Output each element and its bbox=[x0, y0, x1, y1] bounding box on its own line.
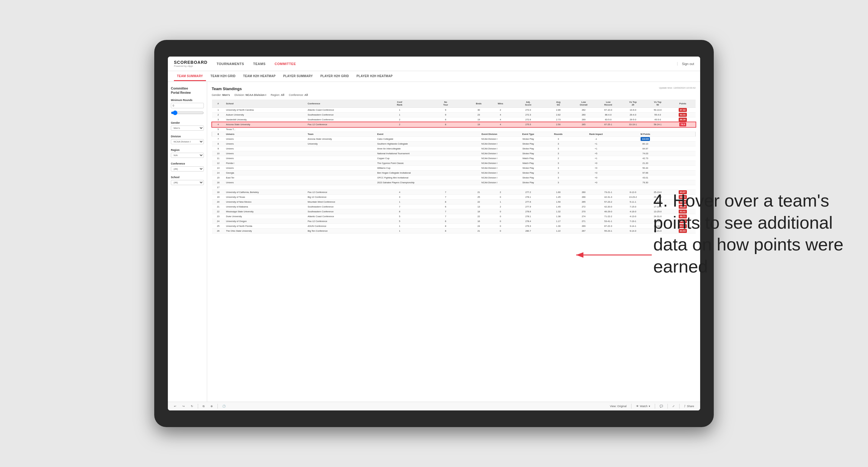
col-vs25: Vs Top25 bbox=[621, 99, 645, 108]
update-time: Update time: 13/03/2024 10:03:42 bbox=[659, 87, 695, 89]
division-label: Division bbox=[171, 135, 204, 138]
min-rounds-slider[interactable] bbox=[171, 109, 204, 117]
undo-icon: ↩ bbox=[174, 405, 176, 408]
view-label: View: Original bbox=[610, 405, 626, 408]
region-select[interactable]: N/A bbox=[171, 153, 204, 158]
conference-select[interactable]: (All) bbox=[171, 166, 204, 172]
nav-teams[interactable]: TEAMS bbox=[253, 61, 266, 67]
expand-button[interactable]: ⤢ bbox=[671, 404, 676, 408]
redo-button[interactable]: ↪ bbox=[181, 404, 186, 408]
annotation-container: 4. Hover over a team's points to see add… bbox=[653, 190, 850, 277]
event-row-empty: 17 bbox=[212, 185, 695, 190]
sidebar: Committee Portal Review Minimum Rounds G… bbox=[168, 82, 207, 402]
min-rounds-label: Minimum Rounds bbox=[171, 99, 204, 102]
portal-subtitle: Portal Review bbox=[171, 91, 204, 94]
tablet-device: SCOREBOARD Powered by clippi TOURNAMENTS… bbox=[154, 40, 714, 427]
col-low-rcd: LowRecord bbox=[596, 99, 621, 108]
view-original-button[interactable]: View: Original bbox=[608, 404, 628, 408]
sidebar-portal-title: Committee Portal Review bbox=[171, 87, 204, 94]
event-row: 12 Florida I The Cypress Point Classic N… bbox=[212, 161, 695, 166]
nav-tournaments[interactable]: TOURNAMENTS bbox=[217, 61, 244, 67]
event-row: 9 Univers Amer An Intercollegiate NCAA D… bbox=[212, 146, 695, 151]
table-row: 26 The Ohio State University Big Ten Con… bbox=[212, 229, 695, 234]
col-bnds: Bnds bbox=[468, 99, 490, 108]
tab-player-h2h-grid[interactable]: PLAYER H2H GRID bbox=[317, 72, 352, 81]
gender-select[interactable]: Men's Women's bbox=[171, 126, 204, 131]
standings-table: # School Conference ConfRank NoTour Bnds… bbox=[212, 99, 695, 234]
min-rounds-input[interactable] bbox=[171, 103, 204, 108]
table-row: 2 Auburn University Southeastern Confere… bbox=[212, 113, 695, 117]
annotation-text: 4. Hover over a team's points to see add… bbox=[653, 190, 850, 277]
refresh-button[interactable]: ↻ bbox=[189, 404, 195, 408]
table-header-row: # School Conference ConfRank NoTour Bnds… bbox=[212, 99, 695, 108]
school-label: School bbox=[171, 176, 204, 179]
event-row: 10 Univers National Invitational Tournam… bbox=[212, 151, 695, 156]
comment-button[interactable]: 💬 bbox=[658, 404, 664, 408]
tab-team-h2h-heatmap[interactable]: TEAM H2H HEATMAP bbox=[240, 72, 279, 81]
conference-label: Conference bbox=[171, 162, 204, 165]
share-icon: ⤴ bbox=[684, 405, 686, 408]
table-row: 18 University of California, Berkeley Pa… bbox=[212, 190, 695, 195]
col-conference: Conference bbox=[306, 99, 376, 108]
clock-icon: 🕐 bbox=[222, 405, 226, 408]
table-row-highlighted: 4 Arizona State University Pac-12 Confer… bbox=[212, 122, 695, 127]
tablet-screen: SCOREBOARD Powered by clippi TOURNAMENTS… bbox=[168, 57, 700, 410]
event-row: 13 Univers Williams Cup NCAA Division I … bbox=[212, 166, 695, 170]
sub-navigation: TEAM SUMMARY TEAM H2H GRID TEAM H2H HEAT… bbox=[168, 71, 700, 82]
sidebar-division: Division NCAA Division I bbox=[171, 135, 204, 144]
col-points: Points bbox=[670, 99, 695, 108]
more-icon: ⊕ bbox=[211, 405, 213, 408]
sidebar-conference: Conference (All) bbox=[171, 162, 204, 172]
event-row: 7 Univers Arizona State University Cabo … bbox=[212, 137, 695, 142]
nav-committee[interactable]: COMMITTEE bbox=[275, 61, 296, 67]
table-row: 19 University of Texas Big 12 Conference… bbox=[212, 195, 695, 199]
undo-button[interactable]: ↩ bbox=[173, 404, 178, 408]
points-value[interactable]: 93.31 bbox=[679, 113, 687, 117]
watch-chevron: ▾ bbox=[649, 405, 650, 408]
sign-out-button[interactable]: Sign out bbox=[677, 62, 694, 66]
event-row: 11 Univers Copper Cup NCAA Division I Ma… bbox=[212, 156, 695, 161]
filter-gender: Gender: Men's bbox=[212, 93, 230, 96]
col-no-tour: NoTour bbox=[424, 99, 468, 108]
school-select[interactable]: (All) bbox=[171, 180, 204, 185]
event-popup-header: 6 Univers Team Event Event Division Even… bbox=[212, 132, 695, 137]
table-row: 1 University of North Carolina Atlantic … bbox=[212, 108, 695, 113]
tab-player-summary[interactable]: PLAYER SUMMARY bbox=[280, 72, 316, 81]
toolbar-divider bbox=[655, 404, 655, 409]
col-school: School bbox=[224, 99, 306, 108]
event-row: 14 Georgia Ben Hogan Collegiate Invitati… bbox=[212, 170, 695, 176]
clock-button[interactable]: 🕐 bbox=[221, 404, 227, 408]
points-value-highlighted[interactable]: 79.5 bbox=[679, 123, 686, 126]
division-select[interactable]: NCAA Division I bbox=[171, 139, 204, 144]
event-row: 15 East Ter OFCC Fighting Illini Invitat… bbox=[212, 176, 695, 180]
filter-row: Gender: Men's Division: NCAA Division I … bbox=[212, 93, 695, 96]
expand-icon: ⤢ bbox=[672, 405, 675, 408]
col-avg-sg: AvgSG bbox=[545, 99, 571, 108]
comment-icon: 💬 bbox=[660, 405, 663, 408]
table-row: 5 Texas T... bbox=[212, 127, 695, 132]
col-wins: Wins bbox=[490, 99, 511, 108]
share-button[interactable]: ⤴ Share bbox=[683, 404, 695, 408]
col-adj-score: Adj.Score bbox=[511, 99, 545, 108]
table-row: 23 Duke University Atlantic Coast Confer… bbox=[212, 214, 695, 219]
portal-title: Committee bbox=[171, 87, 204, 90]
content-area: Team Standings Update time: 13/03/2024 1… bbox=[207, 82, 700, 402]
app-logo-sub: Powered by clippi bbox=[174, 65, 208, 67]
bottom-toolbar: ↩ ↪ ↻ ⧉ ⊕ 🕐 View: Original bbox=[168, 402, 700, 410]
tab-team-h2h-grid[interactable]: TEAM H2H GRID bbox=[208, 72, 239, 81]
table-row: 20 University of New Mexico Mountain Wes… bbox=[212, 199, 695, 205]
main-content: Committee Portal Review Minimum Rounds G… bbox=[168, 82, 700, 402]
points-value[interactable]: 97.02 bbox=[679, 108, 687, 112]
points-value[interactable]: 88.30 bbox=[679, 118, 687, 122]
table-row: 3 Vanderbilt University Southeastern Con… bbox=[212, 117, 695, 122]
watch-button[interactable]: 👁 Watch ▾ bbox=[634, 404, 652, 408]
col-low-overall: LowOverall bbox=[571, 99, 596, 108]
more-button[interactable]: ⊕ bbox=[209, 404, 214, 408]
redo-icon: ↪ bbox=[182, 405, 185, 408]
watch-label: Watch bbox=[640, 405, 648, 408]
table-row: 24 University of Oregon Pac-12 Conferenc… bbox=[212, 219, 695, 224]
tab-team-summary[interactable]: TEAM SUMMARY bbox=[174, 72, 206, 81]
copy-button[interactable]: ⧉ bbox=[201, 404, 206, 409]
toolbar-divider bbox=[668, 404, 668, 409]
tab-player-h2h-heatmap[interactable]: PLAYER H2H HEATMAP bbox=[353, 72, 396, 81]
